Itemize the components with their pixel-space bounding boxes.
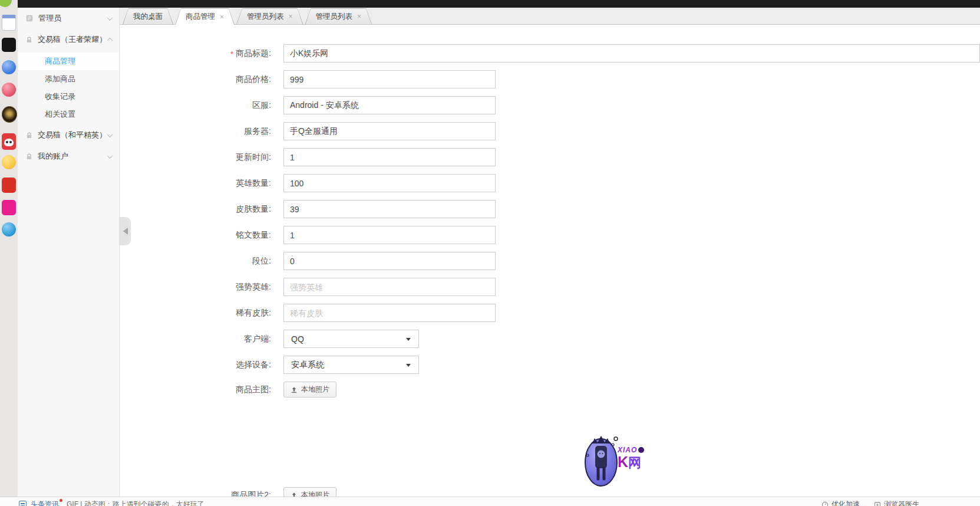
field-label: 皮肤数量: bbox=[120, 204, 271, 215]
news-ticker-text[interactable]: GIF | 动态图：路上遇到个碰瓷的，太好玩了 bbox=[67, 500, 204, 506]
field-label: 强势英雄: bbox=[120, 282, 271, 293]
sidebar-item-settings[interactable]: 相关设置 bbox=[18, 106, 119, 123]
spade-dot-icon bbox=[638, 447, 644, 453]
lock-icon bbox=[25, 153, 33, 160]
tab-bar: 我的桌面 商品管理 × 管理员列表 × 管理员列表 × bbox=[120, 8, 980, 25]
caret-down-icon bbox=[406, 338, 411, 341]
tab-admin-list-2[interactable]: 管理员列表 × bbox=[305, 8, 372, 24]
news-icon bbox=[19, 501, 27, 506]
field-label: 段位: bbox=[120, 256, 271, 267]
field-label: 更新时间: bbox=[120, 152, 271, 163]
tab-admin-list-1[interactable]: 管理员列表 × bbox=[236, 8, 303, 24]
sidebar-section-admin[interactable]: 管理员 bbox=[18, 8, 119, 29]
sidebar-section-account[interactable]: 我的账户 bbox=[18, 146, 119, 167]
logo-text-k: K bbox=[618, 454, 628, 470]
desktop-app-icon[interactable] bbox=[2, 178, 16, 193]
upload-icon bbox=[291, 386, 298, 393]
strong-hero-input[interactable] bbox=[283, 278, 496, 296]
field-label: 客户端: bbox=[120, 334, 271, 344]
optimize-speed-button[interactable]: 优化加速 bbox=[821, 500, 860, 506]
browser-status-bar: 头条资讯 GIF | 动态图：路上遇到个碰瓷的，太好玩了 优化加速 浏览器医生 bbox=[0, 497, 980, 506]
required-mark: * bbox=[230, 50, 233, 58]
skin-count-input[interactable] bbox=[283, 200, 496, 218]
browser-doctor-icon bbox=[874, 501, 881, 506]
field-label: 区服: bbox=[120, 100, 271, 111]
select-value: 安卓系统 bbox=[291, 360, 324, 370]
sidebar-section-label: 管理员 bbox=[38, 13, 61, 24]
field-label: 商品图片2: bbox=[120, 490, 271, 497]
desktop-app-icon[interactable] bbox=[2, 200, 16, 215]
main-content: * 商品标题: 商品价格: 区服: 服务器: 更新时间: 英雄数量: 皮肤数量: bbox=[120, 25, 980, 497]
sidebar-section-label: 我的账户 bbox=[38, 151, 68, 162]
sidebar-submenu: 商品管理 添加商品 收集记录 相关设置 bbox=[18, 50, 119, 124]
main-image-upload-button[interactable]: 本地照片 bbox=[283, 382, 336, 397]
server-input[interactable] bbox=[283, 122, 496, 140]
sidebar-section-label: 交易猫（和平精英） bbox=[38, 130, 107, 140]
image2-upload-button[interactable]: 本地照片 bbox=[283, 487, 336, 497]
desktop-app-icon[interactable] bbox=[2, 155, 16, 169]
sidebar-collapse-handle[interactable] bbox=[120, 217, 131, 245]
client-select[interactable]: QQ bbox=[283, 330, 419, 348]
field-label: 服务器: bbox=[120, 126, 271, 137]
server-region-input[interactable] bbox=[283, 96, 496, 114]
desktop-app-icon[interactable] bbox=[0, 0, 12, 7]
lock-icon bbox=[25, 132, 33, 139]
desktop-app-icon[interactable] bbox=[2, 60, 16, 74]
mascot-icon bbox=[583, 432, 620, 489]
sidebar-item-goods-add[interactable]: 添加商品 bbox=[18, 70, 119, 88]
desktop-app-icon[interactable] bbox=[2, 222, 16, 236]
goods-price-input[interactable] bbox=[283, 70, 496, 88]
desktop-app-icon[interactable] bbox=[2, 83, 16, 97]
desktop-strip bbox=[0, 0, 18, 506]
field-label: * 商品标题: bbox=[120, 48, 271, 59]
speed-icon bbox=[821, 501, 829, 506]
goods-title-input[interactable] bbox=[283, 44, 980, 63]
lock-icon bbox=[25, 36, 33, 44]
tab-goods-manage[interactable]: 商品管理 × bbox=[175, 8, 235, 25]
hero-count-input[interactable] bbox=[283, 174, 496, 192]
chevron-up-icon bbox=[107, 37, 113, 43]
rare-skin-input[interactable] bbox=[283, 304, 496, 322]
desktop-app-icon[interactable] bbox=[2, 38, 16, 52]
logo-text-net: 网 bbox=[628, 455, 641, 470]
sidebar-section-hpjy[interactable]: 交易猫（和平精英） bbox=[18, 124, 119, 146]
upload-icon bbox=[291, 492, 298, 497]
goods-edit-form: * 商品标题: 商品价格: 区服: 服务器: 更新时间: 英雄数量: 皮肤数量: bbox=[120, 25, 980, 497]
chevron-down-icon bbox=[107, 132, 113, 137]
inscription-count-input[interactable] bbox=[283, 226, 496, 244]
news-source-link[interactable]: 头条资讯 bbox=[31, 500, 62, 506]
tab-label: 管理员列表 bbox=[316, 12, 353, 22]
field-label: 稀有皮肤: bbox=[120, 308, 271, 318]
desktop-app-icon[interactable] bbox=[2, 133, 16, 150]
tab-label: 商品管理 bbox=[186, 12, 215, 22]
sidebar-item-collect-records[interactable]: 收集记录 bbox=[18, 88, 119, 106]
field-label: 商品主图: bbox=[120, 385, 271, 395]
field-label: 铭文数量: bbox=[120, 230, 271, 241]
logo-text-top: XIAO bbox=[618, 446, 637, 454]
close-icon[interactable]: × bbox=[289, 13, 293, 20]
tab-my-desktop[interactable]: 我的桌面 bbox=[123, 8, 173, 24]
close-icon[interactable]: × bbox=[357, 13, 361, 20]
sidebar: 管理员 交易猫（王者荣耀） 商品管理 添加商品 收集记录 相关设置 交易猫（和平… bbox=[18, 8, 120, 497]
tab-label: 管理员列表 bbox=[247, 12, 284, 22]
select-value: QQ bbox=[291, 334, 304, 344]
close-icon[interactable]: × bbox=[220, 14, 224, 21]
caret-down-icon bbox=[406, 364, 411, 367]
desktop-app-icon[interactable] bbox=[2, 106, 17, 123]
rank-input[interactable] bbox=[283, 252, 496, 270]
site-logo-watermark: XIAO K网 bbox=[583, 432, 651, 491]
chevron-down-icon bbox=[107, 15, 113, 21]
device-select[interactable]: 安卓系统 bbox=[283, 356, 419, 374]
collapse-arrow-icon bbox=[123, 228, 128, 235]
tab-label: 我的桌面 bbox=[133, 12, 163, 22]
desktop-app-icon[interactable] bbox=[2, 15, 16, 31]
update-time-input[interactable] bbox=[283, 148, 496, 166]
sidebar-item-goods-manage[interactable]: 商品管理 bbox=[18, 52, 119, 70]
field-label: 英雄数量: bbox=[120, 178, 271, 189]
window-title-bar bbox=[18, 0, 980, 8]
list-icon bbox=[25, 14, 34, 22]
field-label: 商品价格: bbox=[120, 74, 271, 85]
field-label: 选择设备: bbox=[120, 360, 271, 370]
browser-doctor-button[interactable]: 浏览器医生 bbox=[874, 500, 919, 506]
sidebar-section-wzry[interactable]: 交易猫（王者荣耀） bbox=[18, 29, 119, 50]
